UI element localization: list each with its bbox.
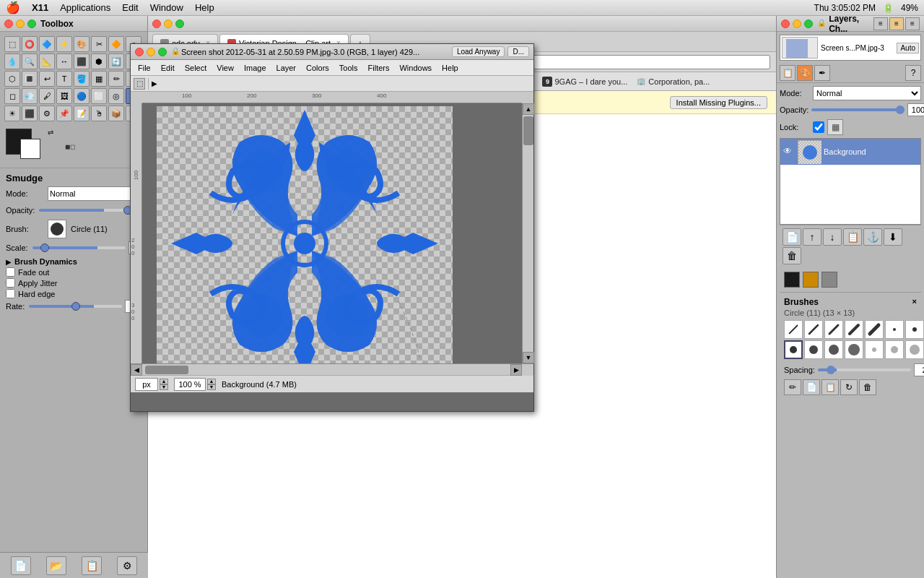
layers-mode-select[interactable]: Normal [813,86,921,100]
vscroll-down-btn[interactable]: ▼ [523,352,534,363]
tool-ellipse-select[interactable]: ⭕ [22,36,38,52]
tool-heal[interactable]: 🔵 [74,88,90,104]
bookmark-corporation[interactable]: 🏢 Corporation, pa... [636,77,710,87]
tool-pencil[interactable]: ✏ [108,71,124,87]
hard-edge-label[interactable]: Hard edge [18,290,55,298]
brush-cell-5[interactable] [865,320,884,339]
brush-duplicate-btn[interactable]: 📋 [821,379,839,395]
layers-icon-tab[interactable]: 📋 [780,65,796,81]
gimp-menu-layer[interactable]: Layer [272,60,301,76]
brush-cell-4[interactable] [845,320,863,339]
unit-up[interactable]: ▲ [160,379,168,384]
tool-perspective[interactable]: 🔳 [22,71,38,87]
tool-measure[interactable]: 📐 [39,53,55,69]
brush-cell-13[interactable] [885,340,904,359]
gimp-menu-tools[interactable]: Tools [335,60,362,76]
applications-menu[interactable]: Applications [60,2,110,13]
hscroll-left-btn[interactable]: ◀ [131,364,142,376]
anchor-layer-btn[interactable]: ⚓ [863,228,882,246]
tool-extra6[interactable]: 📦 [108,105,124,121]
brush-cell-14[interactable] [905,340,924,359]
brush-edit-btn[interactable]: ✏ [784,379,801,395]
gimp-menu-view[interactable]: View [212,60,238,76]
window-menu[interactable]: Window [150,2,183,13]
gimp-minimize-btn[interactable] [147,48,155,56]
brush-cell-circle-active[interactable] [784,340,803,359]
channels-tab[interactable]: ≡ [889,17,904,30]
tool-fuzzy-select[interactable]: ⚡ [56,36,72,52]
paths-icon-tab[interactable]: ✒ [814,65,830,81]
zoom-value[interactable] [174,378,206,391]
gimp-menu-help[interactable]: Help [437,60,463,76]
bookmark-9gag[interactable]: 9 9GAG – I dare you... [542,77,627,87]
tool-scissors[interactable]: ✂ [91,36,107,52]
brush-cell-1[interactable] [784,320,803,339]
apple-menu[interactable]: 🍎 [6,1,20,14]
unit-select[interactable] [135,378,158,391]
layers-minimize-btn[interactable] [793,20,801,28]
lock-pixels-checkbox[interactable] [813,121,824,133]
fade-out-checkbox[interactable] [6,267,15,277]
dismiss-btn[interactable]: D... [507,46,529,57]
tool-eraser[interactable]: ◻ [4,88,20,104]
brush-refresh-btn[interactable]: ↻ [840,379,858,395]
layers-opacity-value[interactable] [907,103,924,116]
apply-jitter-label[interactable]: Apply Jitter [18,279,57,288]
brush-cell-9[interactable] [804,340,823,359]
tool-perspective-clone[interactable]: ⬜ [91,88,107,104]
gimp-play-btn[interactable]: ▶ [152,79,157,87]
layers-tab[interactable]: ≡ [873,17,888,30]
tool-foreground-select[interactable]: 🔶 [108,36,124,52]
toolbox-maximize-btn[interactable] [27,20,36,28]
hard-edge-checkbox[interactable] [6,289,15,298]
tool-blur-sharpen[interactable]: ◎ [108,88,124,104]
open-image-btn[interactable]: 📂 [46,556,66,575]
apply-jitter-checkbox[interactable] [6,278,15,288]
brush-cell-12[interactable] [865,340,884,359]
swap-colors-icon[interactable]: ⇄ [48,129,53,137]
gimp-maximize-btn[interactable] [158,48,167,56]
brush-cell-7[interactable] [905,320,924,339]
mode-select[interactable]: Normal [48,186,141,201]
background-color[interactable] [20,139,40,159]
install-missing-btn[interactable]: Install Missing Plugins... [670,96,767,109]
rate-slider[interactable] [29,305,122,308]
swatch-gray[interactable] [821,272,837,288]
gimp-horizontal-scrollbar[interactable]: ◀ ▶ [131,363,533,375]
tool-free-select[interactable]: 🔷 [39,36,55,52]
gimp-canvas[interactable] [142,103,522,363]
browser-maximize-btn[interactable] [175,20,184,28]
tool-rect-select[interactable]: ⬚ [4,36,20,52]
gimp-menu-windows[interactable]: Windows [395,60,436,76]
tool-bucket-fill[interactable]: 🪣 [74,71,90,87]
hscroll-right-btn[interactable]: ▶ [510,364,522,376]
tool-shear[interactable]: ⬡ [4,71,20,87]
layers-maximize-btn[interactable] [804,20,813,28]
zoom-down[interactable]: ▼ [207,384,216,390]
tool-move[interactable]: ↔ [56,53,72,69]
gimp-menu-edit[interactable]: Edit [157,60,179,76]
brush-dynamics-row[interactable]: ▶ Brush Dynamics [6,257,141,266]
unit-down[interactable]: ▼ [160,384,168,390]
tool-text[interactable]: T [56,71,72,87]
tool-clone[interactable]: 🖼 [56,88,72,104]
toolbox-close-btn[interactable] [4,20,13,28]
vscroll-thumb[interactable] [523,116,533,145]
merge-down-btn[interactable]: ⬇ [884,228,902,246]
spacing-slider[interactable] [818,368,911,371]
channels-icon-tab[interactable]: 🎨 [797,65,813,81]
brush-delete-btn[interactable]: 🗑 [859,379,876,395]
swatch-black[interactable] [784,272,800,288]
brush-new-btn[interactable]: 📄 [803,379,820,395]
new-layer-btn[interactable]: 📄 [783,228,801,246]
brush-cell-11[interactable] [845,340,863,359]
brush-cell-6[interactable] [885,320,904,339]
brush-preview[interactable] [48,220,66,238]
tool-rotate[interactable]: 🔄 [108,53,124,69]
gimp-zoom-corner[interactable]: ⬚ [134,78,145,90]
load-anyway-btn[interactable]: Load Anyway [452,46,505,57]
fade-out-label[interactable]: Fade out [18,268,49,277]
paths-tab[interactable]: ≡ [905,17,920,30]
tool-zoom[interactable]: 🔍 [22,53,38,69]
x11-menu[interactable]: X11 [32,2,48,13]
